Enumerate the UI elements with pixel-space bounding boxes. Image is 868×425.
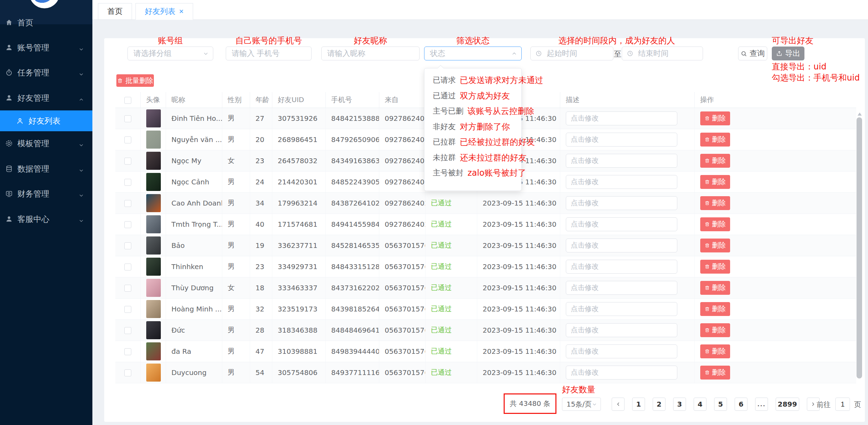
row-checkbox[interactable] <box>124 285 131 292</box>
desc-input[interactable] <box>566 281 677 295</box>
delete-button[interactable]: 删除 <box>700 239 730 252</box>
page-button-2[interactable]: 2 <box>653 398 666 411</box>
status-option-3[interactable]: 非好友对方删除了你 <box>424 119 521 135</box>
row-checkbox[interactable] <box>124 264 131 270</box>
tab-0[interactable]: 首页 <box>98 3 132 20</box>
delete-button[interactable]: 删除 <box>700 260 730 274</box>
page-button-6[interactable]: 6 <box>735 398 747 411</box>
nickname-input[interactable] <box>321 47 420 60</box>
row-checkbox[interactable] <box>124 348 131 355</box>
uid-cell: 179963214 <box>272 192 325 214</box>
delete-button[interactable]: 删除 <box>700 133 730 147</box>
row-checkbox[interactable] <box>124 158 131 165</box>
page-button-2899[interactable]: 2899 <box>776 398 799 411</box>
status-option-0[interactable]: 已请求已发送请求对方未通过 <box>424 73 521 88</box>
status-cell: 已通过 <box>425 319 477 341</box>
row-checkbox[interactable] <box>124 306 131 313</box>
close-icon[interactable]: ✕ <box>179 9 184 15</box>
row-checkbox[interactable] <box>124 242 131 249</box>
row-checkbox[interactable] <box>124 221 131 228</box>
nickname-cell: Thùy Dương <box>166 277 222 298</box>
status-option-6[interactable]: 主号被封zalo账号被封了 <box>424 165 521 181</box>
desc-input[interactable] <box>566 217 677 231</box>
sidebar-item-3[interactable]: 好友管理 <box>0 87 92 109</box>
prev-page-button[interactable] <box>612 398 625 411</box>
delete-label: 删除 <box>712 156 726 165</box>
status-option-4[interactable]: 已拉群已经被拉过群的好友 <box>424 134 521 150</box>
search-button[interactable]: 查询 <box>738 47 767 60</box>
sidebar-item-label: 任务管理 <box>17 67 49 78</box>
desc-input[interactable] <box>566 366 677 380</box>
delete-button[interactable]: 删除 <box>700 217 730 231</box>
desc-input[interactable] <box>566 154 677 168</box>
from-cell: 0927862402 <box>379 171 425 192</box>
desc-input[interactable] <box>566 133 677 147</box>
batch-delete-button[interactable]: 批量删除 <box>116 74 154 87</box>
delete-button[interactable]: 删除 <box>700 196 730 210</box>
time-cell: 2023-09-15 11:46:30 <box>477 341 560 362</box>
status-option-1[interactable]: 已通过双方成为好友 <box>424 88 521 104</box>
table-scrollbar[interactable] <box>857 117 862 378</box>
desc-input[interactable] <box>566 323 677 337</box>
page-button-5[interactable]: 5 <box>714 398 727 411</box>
gear-icon <box>5 140 13 147</box>
nickname-cell: Tmth Trọng T... <box>166 214 222 235</box>
status-option-5[interactable]: 未拉群还未拉过群的好友 <box>424 150 521 166</box>
phone-cell: 84941455984 <box>325 214 379 235</box>
delete-button[interactable]: 删除 <box>700 323 730 337</box>
sidebar-item-6[interactable]: 财务管理 <box>0 183 92 205</box>
desc-input[interactable] <box>566 196 677 210</box>
delete-button[interactable]: 删除 <box>700 366 730 380</box>
desc-input[interactable] <box>566 344 677 358</box>
row-checkbox[interactable] <box>124 369 131 376</box>
page-button-1[interactable]: 1 <box>632 398 645 411</box>
start-time-input[interactable] <box>530 47 613 60</box>
avatar <box>146 342 161 360</box>
page-size-select[interactable]: 15条/页 <box>562 398 601 411</box>
chevron-down-icon <box>78 191 84 197</box>
goto-page-input[interactable] <box>835 398 850 411</box>
select-all-checkbox[interactable] <box>124 97 131 104</box>
scrollbar-up-icon[interactable] <box>858 110 862 116</box>
row-checkbox[interactable] <box>124 115 131 122</box>
status-option-label: 非好友 <box>433 122 456 132</box>
row-checkbox[interactable] <box>124 179 131 186</box>
sidebar-item-2[interactable]: 任务管理 <box>0 61 92 84</box>
tab-1[interactable]: 好友列表✕ <box>135 3 193 20</box>
export-button[interactable]: 导出 <box>772 47 804 60</box>
status-cell: 已通过 <box>425 235 477 256</box>
group-select[interactable]: 请选择分组 <box>127 47 213 60</box>
sidebar-item-5[interactable]: 数据管理 <box>0 158 92 180</box>
delete-button[interactable]: 删除 <box>700 154 730 168</box>
delete-button[interactable]: 删除 <box>700 344 730 358</box>
phone-input[interactable] <box>226 47 312 60</box>
sidebar-item-0[interactable]: 首页 <box>0 11 92 34</box>
sidebar-item-4[interactable]: 模板管理 <box>0 132 92 155</box>
desc-input[interactable] <box>566 302 677 316</box>
desc-input[interactable] <box>566 111 677 125</box>
end-time-input[interactable] <box>622 47 703 60</box>
col-header-3: 年龄 <box>250 92 272 108</box>
row-checkbox[interactable] <box>124 136 131 143</box>
delete-button[interactable]: 删除 <box>700 302 730 316</box>
col-header-6: 来自 <box>379 92 425 108</box>
desc-input[interactable] <box>566 175 677 189</box>
row-checkbox[interactable] <box>124 327 131 334</box>
page-button-4[interactable]: 4 <box>694 398 706 411</box>
gender-cell: 男 <box>222 362 250 383</box>
sidebar-item-7[interactable]: 客服中心 <box>0 208 92 230</box>
page-button-3[interactable]: 3 <box>673 398 686 411</box>
status-select[interactable]: 状态 <box>424 47 522 60</box>
desc-input[interactable] <box>566 239 677 252</box>
from-cell: 0563701576 <box>379 277 425 298</box>
row-checkbox[interactable] <box>124 200 131 207</box>
delete-button[interactable]: 删除 <box>700 111 730 125</box>
delete-button[interactable]: 删除 <box>700 175 730 189</box>
status-option-2[interactable]: 主号已删该账号从云控删除 <box>424 103 521 119</box>
desc-input[interactable] <box>566 260 677 274</box>
page-ellipsis[interactable]: ... <box>755 398 768 411</box>
sidebar-subitem-friend-list[interactable]: 好友列表 <box>0 110 92 131</box>
delete-label: 删除 <box>712 262 726 271</box>
sidebar-item-1[interactable]: 账号管理 <box>0 36 92 59</box>
delete-button[interactable]: 删除 <box>700 281 730 295</box>
